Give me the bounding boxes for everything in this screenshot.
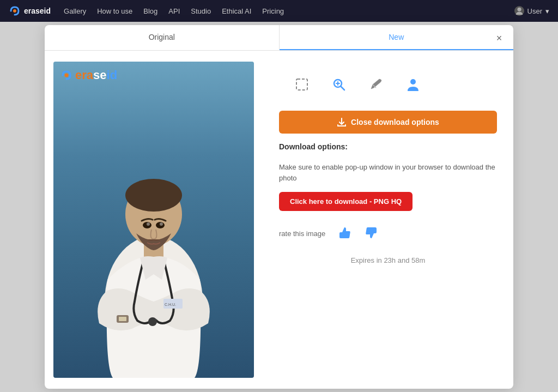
nav-link-pricing[interactable]: Pricing: [262, 7, 284, 15]
png-download-wrapper: Click here to download - PNG HQ: [279, 192, 497, 211]
png-hq-download-button[interactable]: Click here to download - PNG HQ: [279, 192, 413, 211]
svg-rect-11: [119, 317, 126, 321]
person-icon: [405, 77, 421, 92]
download-icon: [337, 117, 347, 127]
svg-point-15: [160, 222, 163, 226]
svg-rect-16: [296, 79, 307, 90]
result-image: eraseid: [53, 62, 254, 378]
edit-tool-button[interactable]: [364, 73, 388, 97]
nav-link-blog[interactable]: Blog: [143, 7, 157, 15]
nav-link-api[interactable]: API: [168, 7, 180, 15]
svg-point-21: [410, 79, 416, 85]
svg-line-18: [341, 87, 345, 91]
page-background: × Original New: [0, 22, 558, 392]
modal: × Original New: [45, 25, 513, 389]
zoom-tool-button[interactable]: [327, 73, 351, 97]
close-download-options-label: Close download options: [351, 118, 439, 126]
nav-links: Gallery How to use Blog API Studio Ethic…: [64, 7, 501, 15]
nav-logo: eraseid: [9, 5, 51, 17]
svg-point-1: [517, 8, 521, 11]
navbar: eraseid Gallery How to use Blog API Stud…: [0, 0, 558, 22]
close-download-options-button[interactable]: Close download options: [279, 111, 497, 134]
nav-logo-text: eraseid: [24, 7, 51, 15]
doctor-svg-figure: C.H.U.: [77, 94, 230, 378]
nav-link-gallery[interactable]: Gallery: [64, 7, 86, 15]
download-options-heading: Download options:: [279, 142, 497, 151]
thumbs-down-icon: [365, 226, 378, 239]
tab-new[interactable]: New: [280, 25, 514, 50]
modal-tabs: Original New: [45, 25, 513, 51]
rating-row: rate this image: [279, 220, 497, 248]
right-panel: Close download options Download options:…: [263, 51, 513, 389]
rating-buttons: [336, 224, 380, 243]
download-note-text: Make sure to enable pop-up window in you…: [279, 162, 497, 183]
svg-point-7: [148, 317, 157, 326]
modal-close-button[interactable]: ×: [493, 32, 506, 45]
tab-original[interactable]: Original: [45, 25, 280, 50]
image-logo-text: eraseid: [75, 68, 117, 82]
image-panel: eraseid: [45, 51, 263, 389]
nav-link-studio[interactable]: Studio: [191, 7, 211, 15]
svg-text:C.H.U.: C.H.U.: [165, 303, 176, 306]
image-logo-overlay: eraseid: [60, 68, 117, 82]
modal-body: eraseid: [45, 51, 513, 389]
svg-point-5: [125, 179, 182, 212]
svg-point-0: [13, 9, 16, 13]
nav-link-ethical[interactable]: Ethical AI: [222, 7, 251, 15]
selection-tool-button[interactable]: [290, 73, 314, 97]
expiry-text: Expires in 23h and 58m: [279, 256, 497, 264]
person-tool-button[interactable]: [401, 73, 425, 97]
download-options-section: Download options: Make sure to enable po…: [279, 142, 497, 183]
nav-link-howto[interactable]: How to use: [97, 7, 132, 15]
selection-icon: [294, 77, 310, 92]
tool-icons-row: [279, 62, 497, 102]
thumbs-up-icon: [338, 226, 351, 239]
nav-user-chevron: ▾: [545, 7, 549, 15]
thumbs-down-button[interactable]: [362, 224, 380, 243]
user-avatar-icon: [514, 6, 524, 16]
svg-point-14: [147, 222, 150, 226]
search-zoom-icon: [331, 77, 347, 92]
svg-point-2: [65, 74, 69, 77]
nav-user[interactable]: User ▾: [514, 6, 549, 16]
edit-pencil-icon: [368, 77, 384, 92]
nav-user-label: User: [527, 7, 542, 15]
doctor-photo: eraseid: [53, 62, 254, 378]
thumbs-up-button[interactable]: [336, 224, 354, 243]
rate-label: rate this image: [279, 230, 325, 238]
